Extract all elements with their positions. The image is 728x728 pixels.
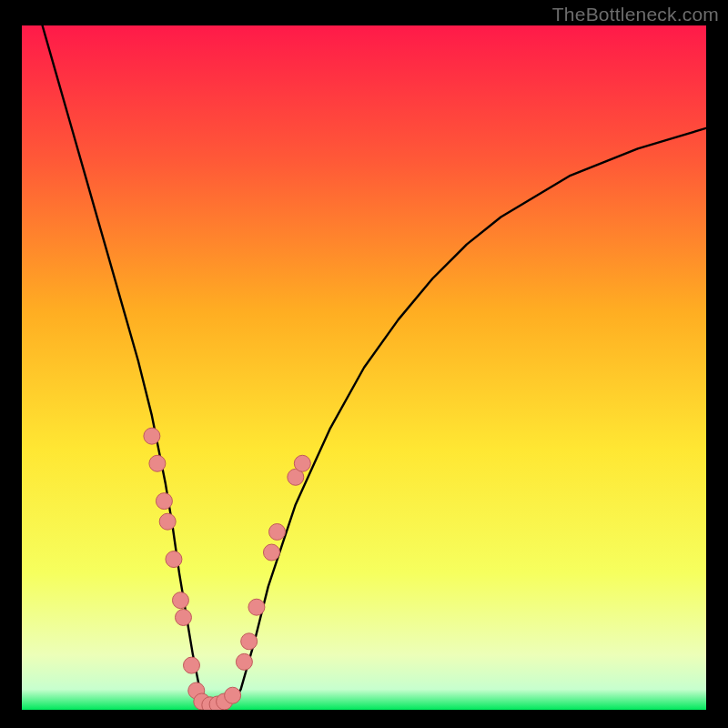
sample-dot [225, 687, 241, 703]
sample-dot [144, 428, 160, 444]
sample-dot [172, 592, 188, 609]
sample-dot [149, 455, 166, 471]
sample-dot [294, 455, 310, 471]
watermark-text: TheBottleneck.com [552, 4, 719, 25]
bottleneck-chart [22, 25, 706, 710]
sample-dot [269, 523, 286, 540]
sample-dot [175, 609, 191, 625]
sample-dot [248, 599, 265, 615]
chart-frame [22, 25, 706, 710]
sample-dot [263, 544, 279, 561]
sample-dot [159, 513, 176, 530]
sample-dot [166, 551, 182, 568]
sample-dot [241, 633, 258, 650]
sample-dot [236, 653, 252, 670]
sample-dot [184, 657, 200, 673]
sample-dot [156, 493, 172, 510]
